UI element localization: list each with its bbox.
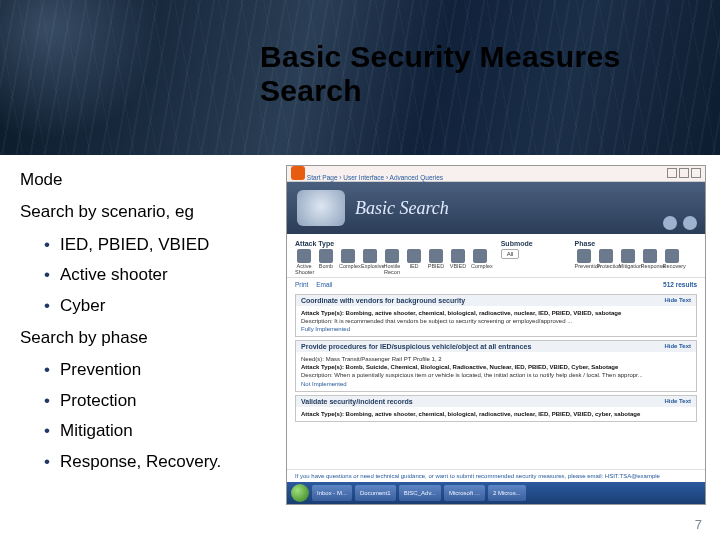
filter-icon[interactable]: Response — [641, 249, 659, 270]
filter-icon[interactable]: Hostile Recon — [383, 249, 401, 275]
taskbar-item[interactable]: BISC_Adv... — [399, 485, 441, 501]
result-card: Coordinate with vendors for background s… — [295, 294, 697, 337]
filter-icon[interactable]: Explosive — [361, 249, 379, 275]
filter-icon[interactable]: Recovery — [663, 249, 681, 270]
mode-heading: Mode — [20, 170, 275, 190]
phase-list: •Prevention •Protection •Mitigation •Res… — [44, 360, 275, 472]
page-title: Basic Security Measures Search — [260, 40, 720, 108]
taskbar-item[interactable]: Document1 — [355, 485, 396, 501]
filter-icon[interactable]: PBIED — [427, 249, 445, 275]
result-count: 512 results — [663, 281, 697, 288]
windows-taskbar: Inbox - M... Document1 BISC_Adv... Micro… — [287, 482, 705, 504]
list-item: •Mitigation — [44, 421, 275, 441]
title-banner: Basic Security Measures Search — [0, 0, 720, 155]
phase-label: Phase — [575, 240, 697, 247]
list-item: •Cyber — [44, 296, 275, 316]
list-item: •Protection — [44, 391, 275, 411]
hide-text-link[interactable]: Hide Text — [664, 297, 691, 304]
filter-icon[interactable]: Complex — [471, 249, 489, 275]
list-item: •Prevention — [44, 360, 275, 380]
screenshot-inset: Start Page › User Interface › Advanced Q… — [286, 165, 706, 505]
list-item: •IED, PBIED, VBIED — [44, 235, 275, 255]
app-badge-icon — [297, 190, 345, 226]
help-icon — [663, 216, 677, 230]
card-title: Validate security/incident records — [301, 398, 413, 405]
scenario-list: •IED, PBIED, VBIED •Active shooter •Cybe… — [44, 235, 275, 316]
hide-text-link[interactable]: Hide Text — [664, 343, 691, 350]
submode-chip[interactable]: All — [501, 249, 520, 259]
results-toolbar: Print Email 512 results — [287, 278, 705, 291]
filter-icon[interactable]: Prevention — [575, 249, 593, 270]
footer-note: If you have questions or need technical … — [287, 469, 705, 482]
filter-icon[interactable]: Protection — [597, 249, 615, 270]
browser-chrome: Start Page › User Interface › Advanced Q… — [287, 166, 705, 182]
info-icon — [683, 216, 697, 230]
print-link[interactable]: Print — [295, 281, 308, 288]
result-card: Validate security/incident recordsHide T… — [295, 395, 697, 422]
list-item: •Active shooter — [44, 265, 275, 285]
attack-type-icons: Active Shooter Bomb Complex Explosive Ho… — [295, 249, 493, 275]
ribbon-title: Basic Search — [355, 198, 449, 219]
filter-icon[interactable]: IED — [405, 249, 423, 275]
filter-icon[interactable]: Complex — [339, 249, 357, 275]
filter-icon[interactable]: Active Shooter — [295, 249, 313, 275]
slide-number: 7 — [695, 517, 702, 532]
window-controls — [665, 168, 701, 179]
firefox-icon — [291, 166, 305, 180]
outline: Mode Search by scenario, eg •IED, PBIED,… — [20, 170, 275, 484]
filter-icon[interactable]: VBIED — [449, 249, 467, 275]
start-button-icon[interactable] — [291, 484, 309, 502]
breadcrumb: Start Page › User Interface › Advanced Q… — [307, 174, 443, 181]
filter-row: Attack Type Active Shooter Bomb Complex … — [287, 234, 705, 278]
phase-heading: Search by phase — [20, 328, 275, 348]
taskbar-item[interactable]: Inbox - M... — [312, 485, 352, 501]
list-item: •Response, Recovery. — [44, 452, 275, 472]
taskbar-item[interactable]: Microsoft ... — [444, 485, 485, 501]
hide-text-link[interactable]: Hide Text — [664, 398, 691, 405]
phase-icons: Prevention Protection Mitigation Respons… — [575, 249, 697, 270]
result-card: Provide procedures for IED/suspicious ve… — [295, 340, 697, 391]
card-title: Provide procedures for IED/suspicious ve… — [301, 343, 531, 350]
email-link[interactable]: Email — [316, 281, 332, 288]
submode-label: Submode — [501, 240, 567, 247]
app-ribbon: Basic Search — [287, 182, 705, 234]
scenario-heading: Search by scenario, eg — [20, 202, 275, 222]
taskbar-item[interactable]: 2 Micros... — [488, 485, 526, 501]
card-title: Coordinate with vendors for background s… — [301, 297, 465, 304]
filter-icon[interactable]: Bomb — [317, 249, 335, 275]
filter-icon[interactable]: Mitigation — [619, 249, 637, 270]
attack-type-label: Attack Type — [295, 240, 493, 247]
